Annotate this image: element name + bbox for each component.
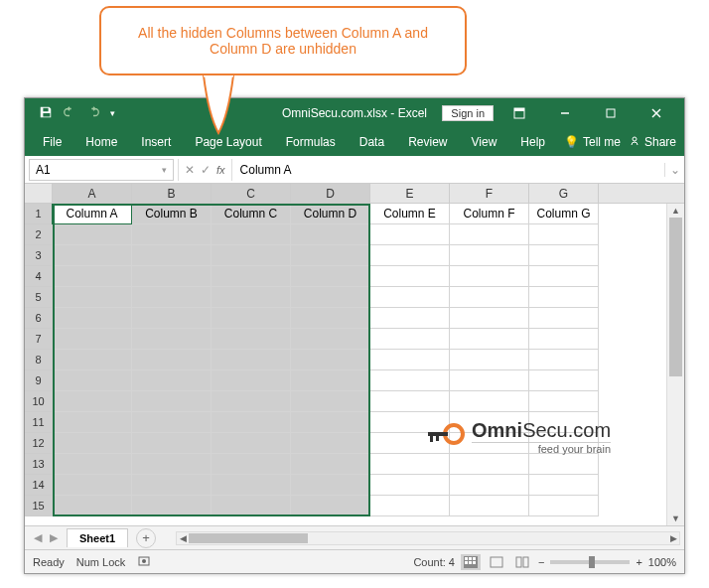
row-header[interactable]: 1	[25, 204, 53, 224]
cell[interactable]	[132, 287, 212, 308]
qat-dropdown-icon[interactable]: ▾	[110, 108, 115, 118]
expand-formula-bar-icon[interactable]: ⌄	[664, 163, 684, 177]
cell[interactable]	[370, 245, 450, 266]
col-header-e[interactable]: E	[370, 184, 450, 203]
row-header[interactable]: 9	[25, 370, 53, 391]
cell[interactable]	[212, 454, 291, 475]
cell[interactable]	[132, 266, 212, 287]
view-page-layout-icon[interactable]	[487, 554, 506, 570]
close-icon[interactable]	[637, 98, 676, 128]
cell[interactable]	[370, 308, 450, 329]
cell[interactable]	[212, 308, 291, 329]
cell[interactable]	[53, 245, 132, 266]
cell[interactable]	[450, 308, 529, 329]
cell[interactable]	[291, 329, 370, 350]
cell[interactable]	[529, 475, 599, 496]
scroll-right-icon[interactable]: ▶	[667, 532, 679, 544]
cell[interactable]	[132, 224, 212, 245]
cell[interactable]	[529, 308, 599, 329]
view-page-break-icon[interactable]	[512, 554, 532, 570]
cell[interactable]	[450, 433, 529, 454]
tell-me-button[interactable]: 💡 Tell me	[564, 135, 621, 149]
cell[interactable]	[370, 433, 450, 454]
cell[interactable]: Column D	[291, 204, 370, 224]
tab-view[interactable]: View	[462, 131, 507, 153]
cell[interactable]	[450, 475, 529, 496]
tab-file[interactable]: File	[33, 131, 71, 153]
tab-home[interactable]: Home	[75, 131, 127, 153]
zoom-out-button[interactable]: −	[538, 556, 544, 568]
row-header[interactable]: 5	[25, 287, 53, 308]
add-sheet-button[interactable]: +	[136, 528, 156, 548]
cell[interactable]	[291, 266, 370, 287]
tab-review[interactable]: Review	[398, 131, 457, 153]
cell[interactable]	[529, 412, 599, 433]
cell[interactable]	[212, 370, 291, 391]
cell[interactable]	[450, 350, 529, 370]
row-header[interactable]: 2	[25, 224, 53, 245]
col-header-g[interactable]: G	[529, 184, 599, 203]
formula-input[interactable]	[232, 161, 664, 179]
cell[interactable]	[132, 329, 212, 350]
enter-icon[interactable]: ✓	[201, 163, 211, 177]
sign-in-button[interactable]: Sign in	[442, 105, 494, 121]
cell[interactable]	[370, 266, 450, 287]
cell[interactable]	[291, 350, 370, 370]
vertical-scrollbar[interactable]: ▲ ▼	[666, 204, 684, 525]
cell[interactable]	[450, 496, 529, 516]
cell[interactable]	[132, 245, 212, 266]
cell[interactable]	[53, 224, 132, 245]
cell[interactable]	[529, 391, 599, 412]
cell[interactable]	[370, 496, 450, 516]
cell[interactable]	[529, 370, 599, 391]
spreadsheet-grid[interactable]: A B C D E F G 1Column AColumn BColumn CC…	[25, 184, 684, 525]
cell[interactable]	[53, 496, 132, 516]
macro-record-icon[interactable]	[137, 554, 151, 570]
tab-data[interactable]: Data	[350, 131, 394, 153]
cell[interactable]	[132, 496, 212, 516]
cell[interactable]	[291, 224, 370, 245]
cell[interactable]	[53, 391, 132, 412]
cell[interactable]	[291, 475, 370, 496]
cell[interactable]	[291, 454, 370, 475]
zoom-level[interactable]: 100%	[648, 556, 676, 568]
cell[interactable]	[53, 287, 132, 308]
cell[interactable]	[291, 308, 370, 329]
redo-icon[interactable]	[86, 105, 100, 122]
sheet-tab-sheet1[interactable]: Sheet1	[67, 528, 128, 547]
row-header[interactable]: 6	[25, 308, 53, 329]
cell[interactable]	[291, 391, 370, 412]
row-header[interactable]: 4	[25, 266, 53, 287]
cell[interactable]	[291, 412, 370, 433]
cell[interactable]	[132, 433, 212, 454]
name-box[interactable]: A1 ▾	[29, 159, 174, 181]
select-all-corner[interactable]	[25, 184, 53, 203]
next-sheet-icon[interactable]: ▶	[47, 531, 61, 544]
cell[interactable]	[529, 350, 599, 370]
cell[interactable]	[291, 496, 370, 516]
maximize-icon[interactable]	[591, 98, 631, 128]
row-header[interactable]: 12	[25, 433, 53, 454]
row-header[interactable]: 14	[25, 475, 53, 496]
cell[interactable]	[450, 266, 529, 287]
ribbon-display-options-icon[interactable]	[499, 98, 539, 128]
cell[interactable]	[291, 245, 370, 266]
cell[interactable]	[450, 412, 529, 433]
cell[interactable]	[291, 433, 370, 454]
cell[interactable]	[529, 433, 599, 454]
cell[interactable]	[212, 224, 291, 245]
cell[interactable]	[212, 412, 291, 433]
cell[interactable]	[53, 370, 132, 391]
cell[interactable]	[212, 329, 291, 350]
row-header[interactable]: 7	[25, 329, 53, 350]
cell[interactable]: Column G	[529, 204, 599, 224]
cell[interactable]	[450, 454, 529, 475]
cell[interactable]	[529, 329, 599, 350]
cell[interactable]	[132, 350, 212, 370]
cell[interactable]	[212, 391, 291, 412]
col-header-a[interactable]: A	[53, 184, 132, 203]
cell[interactable]	[450, 224, 529, 245]
cell[interactable]	[212, 433, 291, 454]
cell[interactable]	[450, 245, 529, 266]
cell[interactable]	[53, 350, 132, 370]
